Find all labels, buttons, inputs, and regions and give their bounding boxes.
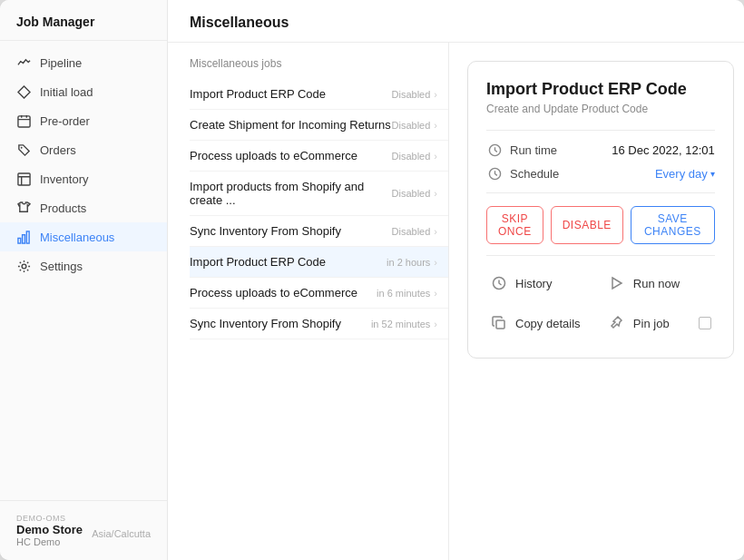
job-item-name: Process uploads to eCommerce [190, 149, 392, 162]
run-time-value: 16 Dec 2022, 12:01 [612, 143, 714, 157]
sidebar-item-label: Settings [40, 260, 83, 273]
sidebar-item-label: Miscellaneous [40, 231, 114, 244]
gear-icon [16, 259, 31, 273]
job-item-name: Process uploads to eCommerce [190, 286, 377, 300]
job-item[interactable]: Sync Inventory From Shopify in 52 minute… [190, 309, 448, 339]
job-item-name: Import Product ERP Code [190, 255, 387, 269]
job-item-status: in 52 minutes › [371, 319, 437, 329]
history-label: History [515, 277, 552, 290]
svg-point-12 [22, 264, 26, 269]
svg-rect-10 [22, 234, 24, 242]
chevron-right-icon: › [434, 151, 437, 162]
svg-rect-6 [17, 172, 29, 184]
save-changes-button[interactable]: SAVE CHANGES [631, 206, 715, 244]
svg-marker-16 [612, 278, 622, 289]
chevron-down-icon: ▾ [710, 169, 715, 179]
sidebar-item-products[interactable]: Products [0, 193, 167, 222]
clock-icon [486, 142, 503, 158]
jobs-list: Miscellaneous jobs Import Product ERP Co… [168, 43, 449, 560]
chevron-right-icon: › [434, 226, 437, 237]
history-action[interactable]: History [486, 267, 597, 300]
main-area: Miscellaneous Miscellaneous jobs Import … [168, 0, 744, 560]
divider [486, 192, 715, 193]
pin-label: Pin job [633, 317, 670, 330]
chart-icon [16, 230, 31, 244]
chevron-right-icon: › [434, 188, 437, 199]
run-time-row: Run time 16 Dec 2022, 12:01 [486, 142, 715, 158]
sidebar-item-settings[interactable]: Settings [0, 251, 167, 280]
detail-card: Import Product ERP Code Create and Updat… [467, 61, 734, 359]
copy-label: Copy details [515, 317, 581, 330]
chevron-right-icon: › [434, 288, 437, 299]
timezone: Asia/Calcutta [92, 528, 151, 539]
sidebar-item-orders[interactable]: Orders [0, 135, 167, 164]
app-window: Job Manager Pipeline Initial load [0, 0, 744, 560]
sidebar-item-label: Pre-order [40, 114, 90, 128]
sidebar-item-label: Pipeline [40, 56, 82, 70]
job-item-name: Sync Inventory From Shopify [190, 224, 392, 238]
job-item[interactable]: Import Product ERP Code Disabled › [190, 79, 448, 110]
job-item-name: Import products from Shopify and create … [190, 180, 392, 207]
box-icon [16, 172, 31, 186]
job-item-status: in 6 minutes › [377, 288, 437, 299]
sidebar-item-pipeline[interactable]: Pipeline [0, 48, 167, 77]
run-now-label: Run now [633, 277, 680, 290]
job-item-status: Disabled › [392, 89, 437, 100]
skip-once-button[interactable]: SKIP ONCE [486, 206, 543, 244]
run-now-action[interactable]: Run now [604, 267, 715, 300]
shirt-icon [16, 201, 31, 215]
sidebar-item-miscellaneous[interactable]: Miscellaneous [0, 222, 167, 251]
sidebar-item-initial-load[interactable]: Initial load [0, 77, 167, 106]
svg-rect-11 [26, 231, 29, 242]
schedule-label: Schedule [510, 167, 648, 181]
job-item-status: Disabled › [392, 226, 437, 237]
job-item[interactable]: Sync Inventory From Shopify Disabled › [190, 216, 448, 247]
jobs-section-title: Miscellaneous jobs [190, 57, 448, 70]
chevron-right-icon: › [434, 257, 437, 268]
job-item-name: Import Product ERP Code [190, 87, 392, 101]
divider [486, 130, 715, 131]
copy-icon [490, 314, 508, 332]
job-item[interactable]: Process uploads to eCommerce in 6 minute… [190, 278, 448, 309]
sidebar-nav: Pipeline Initial load [0, 41, 167, 500]
svg-rect-17 [496, 320, 504, 329]
org-label: DEMO-OMS [16, 514, 83, 523]
main-header: Miscellaneous [168, 0, 744, 43]
sidebar-item-label: Orders [40, 143, 76, 157]
job-item-status: Disabled › [392, 151, 437, 162]
svg-rect-1 [17, 115, 29, 126]
page-title: Miscellaneous [190, 15, 730, 31]
copy-details-action[interactable]: Copy details [486, 307, 597, 339]
svg-point-5 [20, 146, 22, 148]
chevron-right-icon: › [434, 120, 437, 131]
sidebar-item-label: Inventory [40, 172, 88, 186]
job-item[interactable]: Create Shipment for Incoming Returns Dis… [190, 110, 448, 141]
divider [486, 255, 715, 256]
history-icon [490, 274, 508, 292]
schedule-value[interactable]: Every day ▾ [655, 167, 715, 181]
disable-button[interactable]: DISABLE [551, 206, 623, 244]
bottom-actions: History Run now [486, 267, 715, 339]
job-item[interactable]: Process uploads to eCommerce Disabled › [190, 141, 448, 172]
pin-icon [608, 314, 626, 332]
job-item-status: Disabled › [392, 188, 437, 199]
store-name: Demo Store [16, 523, 83, 536]
main-content: Miscellaneous jobs Import Product ERP Co… [168, 43, 744, 560]
detail-title: Import Product ERP Code [486, 80, 715, 99]
sidebar-footer: DEMO-OMS Demo Store HC Demo Asia/Calcutt… [0, 500, 167, 560]
store-sub: HC Demo [16, 536, 83, 547]
job-item-name: Create Shipment for Incoming Returns [190, 118, 392, 132]
tag-icon [16, 142, 31, 157]
job-item-selected[interactable]: Import Product ERP Code in 2 hours › [190, 247, 448, 278]
sidebar-item-inventory[interactable]: Inventory [0, 164, 167, 193]
sidebar-item-label: Products [40, 201, 86, 215]
calendar-icon [16, 113, 31, 128]
job-item[interactable]: Import products from Shopify and create … [190, 172, 448, 216]
activity-icon [16, 55, 31, 70]
pin-job-action[interactable]: Pin job [604, 307, 715, 339]
pin-checkbox[interactable] [699, 317, 711, 329]
sidebar-item-pre-order[interactable]: Pre-order [0, 106, 167, 135]
sidebar-item-label: Initial load [40, 85, 93, 99]
chevron-right-icon: › [434, 89, 437, 100]
diamond-icon [16, 84, 31, 99]
